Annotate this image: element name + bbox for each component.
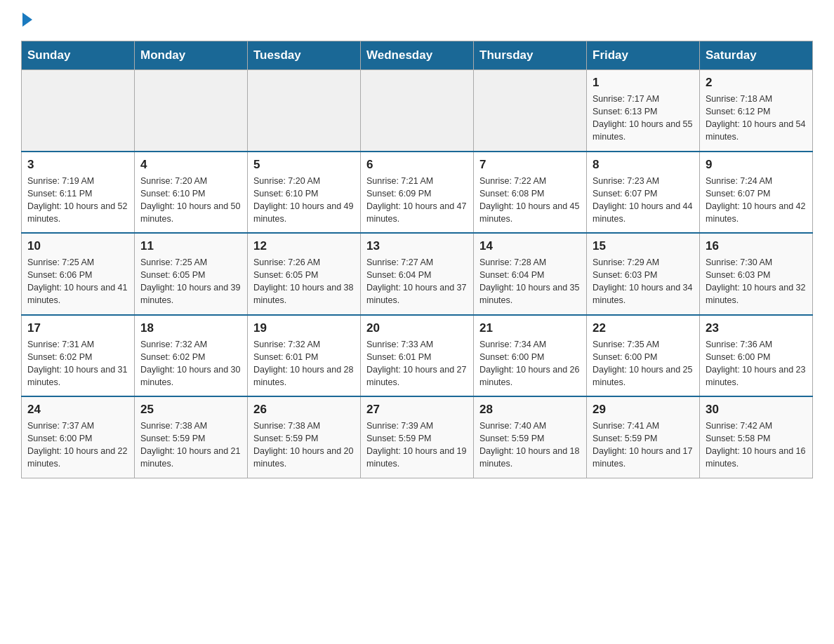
day-header-sunday: Sunday	[22, 41, 135, 70]
day-header-tuesday: Tuesday	[248, 41, 361, 70]
day-number: 30	[706, 403, 807, 417]
calendar-header-row: SundayMondayTuesdayWednesdayThursdayFrid…	[22, 41, 813, 70]
day-info: Sunrise: 7:42 AM Sunset: 5:58 PM Dayligh…	[706, 420, 807, 471]
calendar-cell: 30Sunrise: 7:42 AM Sunset: 5:58 PM Dayli…	[700, 396, 813, 478]
calendar-week-3: 10Sunrise: 7:25 AM Sunset: 6:06 PM Dayli…	[22, 233, 813, 315]
day-number: 2	[706, 76, 807, 90]
day-info: Sunrise: 7:21 AM Sunset: 6:09 PM Dayligh…	[366, 175, 468, 226]
day-info: Sunrise: 7:25 AM Sunset: 6:05 PM Dayligh…	[140, 256, 241, 307]
day-number: 11	[140, 239, 241, 253]
day-number: 7	[479, 158, 581, 172]
day-info: Sunrise: 7:29 AM Sunset: 6:03 PM Dayligh…	[593, 256, 694, 307]
day-info: Sunrise: 7:24 AM Sunset: 6:07 PM Dayligh…	[706, 175, 807, 226]
calendar-cell: 11Sunrise: 7:25 AM Sunset: 6:05 PM Dayli…	[135, 233, 248, 315]
calendar-week-5: 24Sunrise: 7:37 AM Sunset: 6:00 PM Dayli…	[22, 396, 813, 478]
day-number: 16	[706, 239, 807, 253]
day-number: 13	[366, 239, 468, 253]
day-info: Sunrise: 7:25 AM Sunset: 6:06 PM Dayligh…	[27, 256, 128, 307]
calendar-cell: 6Sunrise: 7:21 AM Sunset: 6:09 PM Daylig…	[361, 152, 474, 234]
calendar-cell: 2Sunrise: 7:18 AM Sunset: 6:12 PM Daylig…	[700, 70, 813, 152]
day-number: 12	[253, 239, 355, 253]
day-info: Sunrise: 7:34 AM Sunset: 6:00 PM Dayligh…	[479, 338, 581, 389]
calendar-cell	[135, 70, 248, 152]
logo	[21, 14, 32, 27]
calendar-cell	[474, 70, 587, 152]
calendar-cell: 13Sunrise: 7:27 AM Sunset: 6:04 PM Dayli…	[361, 233, 474, 315]
day-info: Sunrise: 7:32 AM Sunset: 6:01 PM Dayligh…	[253, 338, 355, 389]
calendar-cell: 21Sunrise: 7:34 AM Sunset: 6:00 PM Dayli…	[474, 315, 587, 397]
day-number: 24	[27, 403, 128, 417]
calendar-cell: 8Sunrise: 7:23 AM Sunset: 6:07 PM Daylig…	[587, 152, 700, 234]
day-number: 29	[593, 403, 694, 417]
day-info: Sunrise: 7:26 AM Sunset: 6:05 PM Dayligh…	[253, 256, 355, 307]
day-info: Sunrise: 7:17 AM Sunset: 6:13 PM Dayligh…	[593, 93, 694, 144]
day-number: 26	[253, 403, 355, 417]
day-number: 14	[479, 239, 581, 253]
day-number: 28	[479, 403, 581, 417]
day-number: 4	[140, 158, 241, 172]
calendar-week-2: 3Sunrise: 7:19 AM Sunset: 6:11 PM Daylig…	[22, 152, 813, 234]
calendar-cell: 18Sunrise: 7:32 AM Sunset: 6:02 PM Dayli…	[135, 315, 248, 397]
day-info: Sunrise: 7:33 AM Sunset: 6:01 PM Dayligh…	[366, 338, 468, 389]
day-info: Sunrise: 7:35 AM Sunset: 6:00 PM Dayligh…	[593, 338, 694, 389]
day-info: Sunrise: 7:27 AM Sunset: 6:04 PM Dayligh…	[366, 256, 468, 307]
day-number: 27	[366, 403, 468, 417]
calendar-table: SundayMondayTuesdayWednesdayThursdayFrid…	[21, 41, 813, 478]
day-number: 15	[593, 239, 694, 253]
day-number: 19	[253, 321, 355, 335]
calendar-cell: 17Sunrise: 7:31 AM Sunset: 6:02 PM Dayli…	[22, 315, 135, 397]
day-info: Sunrise: 7:38 AM Sunset: 5:59 PM Dayligh…	[253, 420, 355, 471]
day-number: 20	[366, 321, 468, 335]
calendar-cell: 7Sunrise: 7:22 AM Sunset: 6:08 PM Daylig…	[474, 152, 587, 234]
day-info: Sunrise: 7:20 AM Sunset: 6:10 PM Dayligh…	[140, 175, 241, 226]
day-info: Sunrise: 7:37 AM Sunset: 6:00 PM Dayligh…	[27, 420, 128, 471]
day-info: Sunrise: 7:32 AM Sunset: 6:02 PM Dayligh…	[140, 338, 241, 389]
day-header-thursday: Thursday	[474, 41, 587, 70]
day-info: Sunrise: 7:28 AM Sunset: 6:04 PM Dayligh…	[479, 256, 581, 307]
calendar-cell: 22Sunrise: 7:35 AM Sunset: 6:00 PM Dayli…	[587, 315, 700, 397]
calendar-cell: 25Sunrise: 7:38 AM Sunset: 5:59 PM Dayli…	[135, 396, 248, 478]
day-info: Sunrise: 7:39 AM Sunset: 5:59 PM Dayligh…	[366, 420, 468, 471]
day-info: Sunrise: 7:40 AM Sunset: 5:59 PM Dayligh…	[479, 420, 581, 471]
calendar-cell	[248, 70, 361, 152]
day-header-wednesday: Wednesday	[361, 41, 474, 70]
calendar-cell: 15Sunrise: 7:29 AM Sunset: 6:03 PM Dayli…	[587, 233, 700, 315]
day-number: 6	[366, 158, 468, 172]
calendar-cell: 12Sunrise: 7:26 AM Sunset: 6:05 PM Dayli…	[248, 233, 361, 315]
calendar-cell: 5Sunrise: 7:20 AM Sunset: 6:10 PM Daylig…	[248, 152, 361, 234]
day-number: 23	[706, 321, 807, 335]
calendar-cell: 20Sunrise: 7:33 AM Sunset: 6:01 PM Dayli…	[361, 315, 474, 397]
day-number: 10	[27, 239, 128, 253]
day-number: 9	[706, 158, 807, 172]
calendar-cell: 9Sunrise: 7:24 AM Sunset: 6:07 PM Daylig…	[700, 152, 813, 234]
day-number: 21	[479, 321, 581, 335]
day-info: Sunrise: 7:30 AM Sunset: 6:03 PM Dayligh…	[706, 256, 807, 307]
day-info: Sunrise: 7:18 AM Sunset: 6:12 PM Dayligh…	[706, 93, 807, 144]
day-header-saturday: Saturday	[700, 41, 813, 70]
calendar-cell	[361, 70, 474, 152]
calendar-cell	[22, 70, 135, 152]
day-header-monday: Monday	[135, 41, 248, 70]
day-number: 25	[140, 403, 241, 417]
calendar-cell: 28Sunrise: 7:40 AM Sunset: 5:59 PM Dayli…	[474, 396, 587, 478]
day-number: 18	[140, 321, 241, 335]
calendar-cell: 27Sunrise: 7:39 AM Sunset: 5:59 PM Dayli…	[361, 396, 474, 478]
day-info: Sunrise: 7:22 AM Sunset: 6:08 PM Dayligh…	[479, 175, 581, 226]
day-number: 1	[593, 76, 694, 90]
day-number: 5	[253, 158, 355, 172]
day-info: Sunrise: 7:20 AM Sunset: 6:10 PM Dayligh…	[253, 175, 355, 226]
calendar-cell: 10Sunrise: 7:25 AM Sunset: 6:06 PM Dayli…	[22, 233, 135, 315]
page-header	[21, 14, 813, 27]
calendar-week-1: 1Sunrise: 7:17 AM Sunset: 6:13 PM Daylig…	[22, 70, 813, 152]
day-header-friday: Friday	[587, 41, 700, 70]
calendar-cell: 3Sunrise: 7:19 AM Sunset: 6:11 PM Daylig…	[22, 152, 135, 234]
calendar-cell: 26Sunrise: 7:38 AM Sunset: 5:59 PM Dayli…	[248, 396, 361, 478]
calendar-cell: 23Sunrise: 7:36 AM Sunset: 6:00 PM Dayli…	[700, 315, 813, 397]
calendar-cell: 4Sunrise: 7:20 AM Sunset: 6:10 PM Daylig…	[135, 152, 248, 234]
calendar-cell: 24Sunrise: 7:37 AM Sunset: 6:00 PM Dayli…	[22, 396, 135, 478]
calendar-cell: 29Sunrise: 7:41 AM Sunset: 5:59 PM Dayli…	[587, 396, 700, 478]
calendar-cell: 14Sunrise: 7:28 AM Sunset: 6:04 PM Dayli…	[474, 233, 587, 315]
day-info: Sunrise: 7:41 AM Sunset: 5:59 PM Dayligh…	[593, 420, 694, 471]
day-info: Sunrise: 7:38 AM Sunset: 5:59 PM Dayligh…	[140, 420, 241, 471]
calendar-cell: 19Sunrise: 7:32 AM Sunset: 6:01 PM Dayli…	[248, 315, 361, 397]
